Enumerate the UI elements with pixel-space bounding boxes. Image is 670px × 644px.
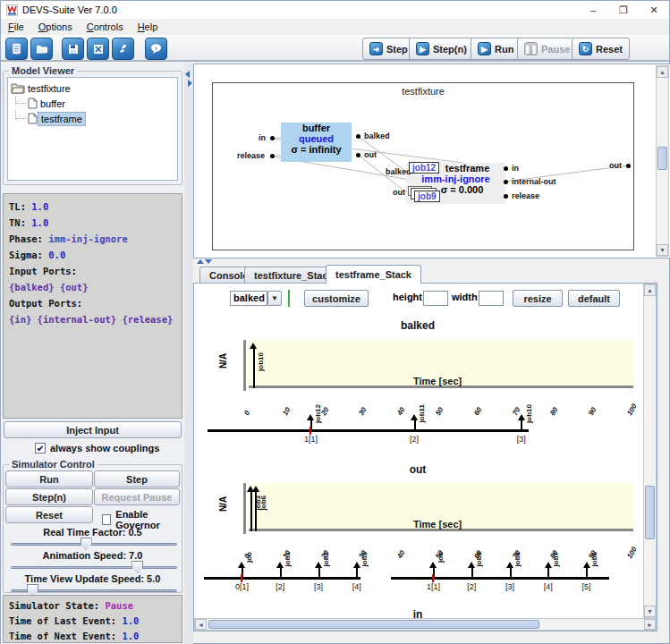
animation-speed-slider[interactable]: [11, 561, 177, 573]
sim-request-pause-label: Request Pause: [102, 492, 173, 503]
time-view-speed-label: Time View Update Speed: 5.0: [4, 573, 182, 584]
x-tick-60: 60: [472, 406, 483, 417]
stack-hscroll-thumb[interactable]: [208, 620, 539, 629]
close-button[interactable]: ✕: [639, 1, 669, 19]
job12-token[interactable]: job12: [409, 162, 439, 174]
diagram-vscrollbar[interactable]: ▲ ▼: [656, 65, 669, 257]
job9-token[interactable]: job9: [414, 191, 440, 202]
buffer-model-box[interactable]: buffer queued σ = infinity: [281, 123, 352, 162]
frame-out-port-dot[interactable]: [626, 164, 631, 168]
right-splitter[interactable]: [193, 258, 670, 265]
menu-help[interactable]: Help: [131, 20, 165, 34]
slider-thumb[interactable]: [81, 538, 92, 550]
stack-hscrollbar[interactable]: ◄ ►: [194, 618, 657, 631]
timeline-event-index: 1[1]: [304, 435, 318, 444]
menu-options[interactable]: Options: [31, 20, 80, 34]
feedback-button[interactable]: i: [145, 38, 167, 60]
menu-file[interactable]: File: [1, 20, 31, 34]
step-arrow-icon: ➜: [369, 42, 383, 55]
y-axis: [243, 483, 246, 534]
real-time-factor-label: Real Time Factor: 0.5: [4, 527, 182, 538]
couplings-checkbox[interactable]: ✔: [35, 443, 46, 453]
open-folder-icon: [36, 44, 48, 55]
testframe-internal-out-port-label: internal-out: [512, 177, 556, 186]
stack-vscroll-thumb[interactable]: [645, 486, 655, 539]
buffer-balked-port-dot[interactable]: [356, 134, 360, 139]
scroll-right-icon[interactable]: ►: [644, 619, 656, 630]
state-line: Input Ports:: [9, 263, 176, 279]
sim-step-label: Step: [126, 474, 148, 485]
slider-track[interactable]: [11, 543, 177, 546]
real-time-factor-slider[interactable]: [11, 538, 177, 550]
splitter-left-icon[interactable]: [185, 71, 190, 78]
sim-step-n-button[interactable]: Step(n): [5, 488, 93, 505]
tree-item-testframe[interactable]: testframe: [8, 111, 177, 126]
open-model-button[interactable]: [30, 38, 53, 60]
sim-reset-button[interactable]: Reset: [5, 506, 93, 523]
title-bar: DEVS-Suite Ver 7.0.0 – ❐ ✕: [1, 1, 669, 19]
timeline-event-index: 0[1]: [235, 582, 249, 591]
splitter-up-icon[interactable]: [197, 259, 204, 264]
slider-track[interactable]: [11, 566, 177, 569]
step-button[interactable]: ➜ Step: [362, 38, 415, 60]
sim-request-pause-button: Request Pause: [94, 488, 180, 505]
testframe-release-port-dot[interactable]: [504, 194, 508, 199]
scroll-down-icon[interactable]: ▼: [657, 244, 668, 256]
timeline-event-index: [4]: [352, 582, 361, 591]
enable-governor-checkbox[interactable]: [102, 514, 111, 525]
step-n-button[interactable]: ▶ Step(n): [409, 38, 474, 60]
buffer-release-port-dot[interactable]: [270, 154, 275, 158]
x-tick-90: 90: [587, 406, 598, 417]
export-image-button[interactable]: [87, 38, 109, 60]
y-axis: [243, 340, 246, 391]
sim-run-button[interactable]: Run: [5, 470, 93, 487]
new-document-button[interactable]: [5, 38, 28, 60]
state-line: TN: 1.0: [9, 215, 176, 231]
scroll-down-icon[interactable]: ▼: [644, 606, 656, 617]
tree-connector: [15, 111, 26, 119]
minimize-button[interactable]: –: [578, 1, 608, 19]
maximize-button[interactable]: ❐: [608, 1, 639, 19]
testfixture-title: testfixture: [213, 86, 633, 97]
step-n-button-label: Step(n): [433, 44, 467, 55]
splitter-right-icon[interactable]: [188, 80, 192, 87]
scroll-up-icon[interactable]: ▲: [644, 284, 656, 296]
buffer-out-port-dot[interactable]: [356, 153, 360, 157]
buffer-in-port-dot[interactable]: [270, 136, 275, 140]
diagram-vscroll-thumb[interactable]: [657, 147, 667, 170]
timeline-event-label: job9: [475, 552, 483, 566]
pause-button-label: Pause: [541, 44, 570, 55]
animation-speed-label: Animation Speed: 7.0: [4, 550, 182, 561]
buffer-name: buffer: [281, 123, 352, 133]
testframe-phase: imm-inj-ignore: [406, 174, 505, 184]
file-icon: [28, 97, 38, 109]
tab-testframe-stack[interactable]: testframe_Stack: [326, 265, 421, 284]
vertical-splitter[interactable]: [3, 187, 182, 193]
stack-vscrollbar[interactable]: ▲ ▼: [643, 284, 657, 618]
timeline-event-index: [5]: [582, 582, 591, 591]
speech-bubble-icon: i: [150, 43, 162, 55]
always-show-couplings-row[interactable]: ✔ always show couplings: [35, 443, 159, 453]
slider-thumb[interactable]: [131, 561, 143, 573]
plot-event-label: job6: [259, 496, 267, 510]
run-button[interactable]: ▶ Run: [471, 38, 521, 60]
settings-button[interactable]: [112, 38, 134, 60]
tree-item-testfixture[interactable]: testfixture: [8, 80, 177, 96]
testframe-in-port-dot[interactable]: [504, 166, 508, 171]
reset-button[interactable]: ↻ Reset: [572, 38, 630, 60]
model-tree[interactable]: testfixture buffer testframe: [7, 77, 178, 181]
sim-reset-label: Reset: [36, 510, 63, 521]
chart-ylabel: N/A: [218, 353, 228, 369]
testframe-internal-out-port-dot[interactable]: [504, 180, 508, 184]
inject-input-button[interactable]: Inject Input: [4, 421, 182, 438]
sim-step-button[interactable]: Step: [94, 470, 180, 487]
simulator-control-panel: Simulator Control Run Step Step(n) Reque…: [3, 464, 182, 593]
save-button[interactable]: [62, 38, 84, 60]
scroll-left-icon[interactable]: ◄: [195, 619, 207, 630]
menu-controls[interactable]: Controls: [80, 20, 131, 34]
splitter-down-icon[interactable]: [205, 259, 212, 264]
scroll-up-icon[interactable]: ▲: [657, 66, 668, 78]
chart-title-balked: balked: [194, 319, 641, 332]
tree-item-buffer[interactable]: buffer: [8, 96, 177, 111]
main-splitter[interactable]: [184, 64, 193, 644]
